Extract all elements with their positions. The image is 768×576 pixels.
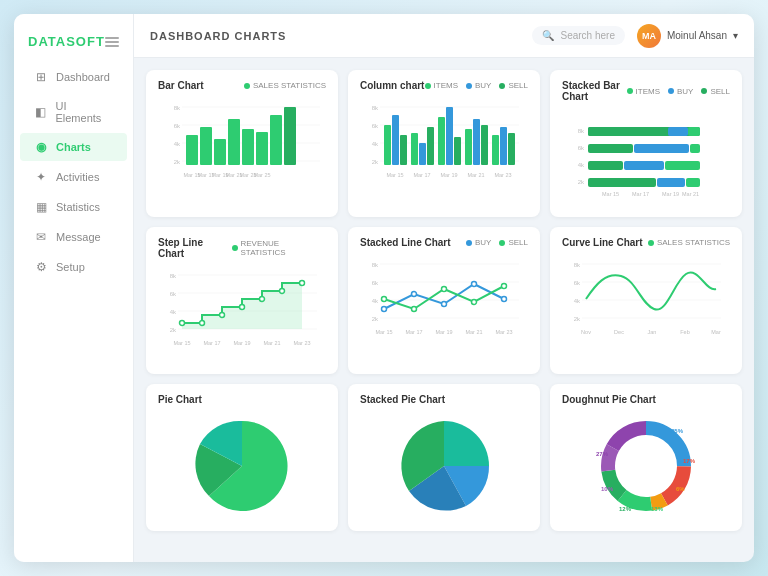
main-content: DASHBOARD CHARTS 🔍 Search here MA Moinul… bbox=[134, 14, 754, 562]
svg-rect-33 bbox=[411, 133, 418, 165]
sidebar-item-setup[interactable]: ⚙ Setup bbox=[20, 253, 127, 281]
svg-text:4k: 4k bbox=[170, 309, 177, 315]
sidebar-label-setup: Setup bbox=[56, 261, 85, 273]
svg-text:Mar 23: Mar 23 bbox=[494, 172, 511, 178]
svg-text:Dec: Dec bbox=[614, 329, 624, 335]
svg-text:Mar 23: Mar 23 bbox=[495, 329, 512, 335]
stacked-pie-chart-card: Stacked Pie Chart bbox=[348, 384, 540, 531]
svg-text:Mar 19: Mar 19 bbox=[440, 172, 457, 178]
sidebar-item-dashboard[interactable]: ⊞ Dashboard bbox=[20, 63, 127, 91]
svg-point-107 bbox=[442, 287, 447, 292]
pie-svg bbox=[192, 416, 292, 516]
curve-legend-sales: SALES STATISTICS bbox=[648, 238, 730, 247]
donut-container: 25% 17% 6% 13% 12% 10% 27% bbox=[562, 411, 730, 521]
svg-text:27%: 27% bbox=[596, 451, 609, 457]
svg-text:2k: 2k bbox=[170, 327, 177, 333]
sidebar-item-message[interactable]: ✉ Message bbox=[20, 223, 127, 251]
stacked-bar-title: Stacked Bar Chart bbox=[562, 80, 627, 102]
svg-rect-54 bbox=[688, 127, 700, 136]
user-name: Moinul Ahsan bbox=[667, 30, 727, 41]
topbar-right: 🔍 Search here MA Moinul Ahsan ▾ bbox=[532, 24, 738, 48]
svg-text:6k: 6k bbox=[372, 123, 379, 129]
curve-line-chart-card: Curve Line Chart SALES STATISTICS bbox=[550, 227, 742, 374]
svg-rect-13 bbox=[256, 132, 268, 165]
doughnut-chart-card: Doughnut Pie Chart bbox=[550, 384, 742, 531]
logo-text: DATASOFT bbox=[28, 34, 105, 49]
column-chart-card: Column chart ITEMS BUY bbox=[348, 70, 540, 217]
hamburger-icon[interactable] bbox=[105, 37, 119, 47]
user-dropdown-icon[interactable]: ▾ bbox=[733, 30, 738, 41]
bar-chart-card: Bar Chart SALES STATISTICS bbox=[146, 70, 338, 217]
svg-text:Feb: Feb bbox=[680, 329, 689, 335]
sidebar-label-message: Message bbox=[56, 231, 101, 243]
pie-chart-header: Pie Chart bbox=[158, 394, 326, 405]
col-legend-items-dot bbox=[425, 83, 431, 89]
stacked-line-chart-card: Stacked Line Chart BUY SELL bbox=[348, 227, 540, 374]
svg-rect-58 bbox=[690, 144, 700, 153]
svg-rect-44 bbox=[508, 133, 515, 165]
doughnut-header: Doughnut Pie Chart bbox=[562, 394, 730, 405]
svg-text:Mar 15: Mar 15 bbox=[173, 340, 190, 346]
sidebar-item-activities[interactable]: ✦ Activities bbox=[20, 163, 127, 191]
svg-rect-15 bbox=[284, 107, 296, 165]
svg-rect-39 bbox=[465, 129, 472, 165]
svg-point-102 bbox=[442, 302, 447, 307]
svg-point-80 bbox=[180, 321, 185, 326]
svg-text:Mar 25: Mar 25 bbox=[253, 172, 270, 178]
dashboard-body: Bar Chart SALES STATISTICS bbox=[134, 58, 754, 562]
svg-point-82 bbox=[220, 313, 225, 318]
svg-text:Mar 21: Mar 21 bbox=[465, 329, 482, 335]
curve-line-svg: 8k 6k 4k 2k Nov Dec Jan Feb Mar bbox=[562, 254, 730, 349]
svg-text:4k: 4k bbox=[174, 141, 181, 147]
svg-text:Mar 15: Mar 15 bbox=[375, 329, 392, 335]
svg-point-103 bbox=[472, 282, 477, 287]
svg-text:25%: 25% bbox=[671, 428, 684, 434]
svg-rect-11 bbox=[228, 119, 240, 165]
stacked-legend-items: ITEMS bbox=[627, 87, 660, 96]
setup-icon: ⚙ bbox=[34, 260, 48, 274]
svg-text:12%: 12% bbox=[619, 506, 632, 512]
svg-text:Mar 15: Mar 15 bbox=[386, 172, 403, 178]
search-bar[interactable]: 🔍 Search here bbox=[532, 26, 624, 45]
sidebar-item-ui-elements[interactable]: ◧ UI Elements bbox=[20, 93, 127, 131]
stacked-bar-svg: 8k 6k 4k 2k bbox=[562, 108, 730, 203]
sidebar-item-statistics[interactable]: ▦ Statistics bbox=[20, 193, 127, 221]
svg-text:8k: 8k bbox=[372, 105, 379, 111]
bar-legend-dot bbox=[244, 83, 250, 89]
svg-point-81 bbox=[200, 321, 205, 326]
svg-text:6k: 6k bbox=[372, 280, 379, 286]
sidebar-item-charts[interactable]: ◉ Charts bbox=[20, 133, 127, 161]
svg-rect-52 bbox=[588, 127, 668, 136]
svg-text:2k: 2k bbox=[372, 316, 379, 322]
chart-row-1: Bar Chart SALES STATISTICS bbox=[146, 70, 742, 217]
svg-rect-32 bbox=[400, 135, 407, 165]
svg-rect-66 bbox=[686, 178, 700, 187]
stacked-legend-sell: SELL bbox=[701, 87, 730, 96]
svg-text:4k: 4k bbox=[574, 298, 581, 304]
svg-point-105 bbox=[382, 297, 387, 302]
svg-text:Mar 17: Mar 17 bbox=[413, 172, 430, 178]
svg-rect-61 bbox=[624, 161, 664, 170]
step-line-legend: REVENUE STATISTICS bbox=[232, 239, 326, 257]
stacked-bar-header: Stacked Bar Chart ITEMS BUY bbox=[562, 80, 730, 102]
svg-text:Mar 21: Mar 21 bbox=[467, 172, 484, 178]
sidebar-label-activities: Activities bbox=[56, 171, 99, 183]
svg-point-135 bbox=[618, 438, 674, 494]
stacked-line-legend-buy: BUY bbox=[466, 238, 491, 247]
svg-rect-34 bbox=[419, 143, 426, 165]
svg-rect-64 bbox=[588, 178, 656, 187]
svg-rect-10 bbox=[214, 139, 226, 165]
svg-text:Mar: Mar bbox=[711, 329, 721, 335]
step-line-header: Step Line Chart REVENUE STATISTICS bbox=[158, 237, 326, 259]
svg-rect-60 bbox=[588, 161, 623, 170]
svg-text:Nov: Nov bbox=[581, 329, 591, 335]
svg-rect-43 bbox=[500, 127, 507, 165]
svg-rect-30 bbox=[384, 125, 391, 165]
stacked-line-title: Stacked Line Chart bbox=[360, 237, 451, 248]
svg-rect-40 bbox=[473, 119, 480, 165]
svg-rect-37 bbox=[446, 107, 453, 165]
pie-chart-title: Pie Chart bbox=[158, 394, 202, 405]
svg-rect-65 bbox=[657, 178, 685, 187]
svg-text:8k: 8k bbox=[574, 262, 581, 268]
col-legend-buy-label: BUY bbox=[475, 81, 491, 90]
